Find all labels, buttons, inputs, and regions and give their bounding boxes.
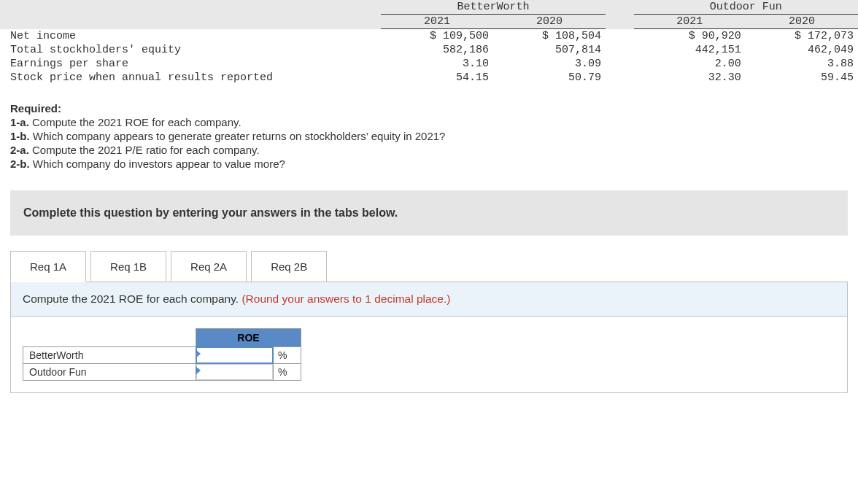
- instruction-box: Complete this question by entering your …: [10, 190, 848, 236]
- cell: 462,049: [746, 43, 858, 57]
- year-header: 2020: [746, 15, 858, 29]
- row-label: Net income: [0, 29, 381, 44]
- req-item: 2-a. Compute the 2021 P/E ratio for each…: [10, 144, 848, 156]
- cell: $ 90,920: [634, 29, 746, 44]
- answer-row-label: Outdoor Fun: [23, 364, 196, 381]
- required-heading: Required:: [10, 102, 848, 115]
- cell: 54.15: [381, 71, 493, 85]
- row-label: Stock price when annual results reported: [0, 71, 381, 85]
- prompt-bar: Compute the 2021 ROE for each company. (…: [11, 282, 847, 317]
- row-label: Earnings per share: [0, 57, 381, 71]
- cell: 507,814: [493, 43, 606, 57]
- tab-req-2a[interactable]: Req 2A: [171, 251, 247, 282]
- cell: 32.30: [634, 71, 746, 85]
- cell: $ 108,504: [493, 29, 606, 44]
- unit-label: %: [274, 364, 301, 381]
- cell: $ 109,500: [381, 29, 493, 44]
- tab-req-1a[interactable]: Req 1A: [10, 251, 86, 282]
- req-item: 2-b. Which company do investors appear t…: [10, 158, 848, 170]
- roe-input-cell: [196, 364, 274, 381]
- row-label: Total stockholders' equity: [0, 43, 381, 57]
- prompt-hint: (Round your answers to 1 decimal place.): [241, 292, 450, 305]
- roe-input-outdoorfun[interactable]: [196, 364, 273, 380]
- cell: 582,186: [381, 43, 493, 57]
- cell: 3.10: [381, 57, 493, 71]
- cell: 442,151: [634, 43, 746, 57]
- answer-col-header: ROE: [196, 329, 301, 347]
- company-header-2: Outdoor Fun: [634, 0, 858, 15]
- prompt-text: Compute the 2021 ROE for each company.: [23, 292, 241, 305]
- tab-req-1b[interactable]: Req 1B: [90, 251, 166, 282]
- cell: 2.00: [634, 57, 746, 71]
- year-header: 2020: [493, 15, 606, 29]
- cell: 3.09: [493, 57, 606, 71]
- roe-input-cell: [196, 347, 274, 364]
- cell: 3.88: [746, 57, 858, 71]
- year-header: 2021: [634, 15, 746, 29]
- company-header-1: BetterWorth: [381, 0, 606, 15]
- cell: $ 172,073: [746, 29, 858, 44]
- answer-row-label: BetterWorth: [23, 347, 196, 364]
- cell: 50.79: [493, 71, 606, 85]
- cell: 59.45: [746, 71, 858, 85]
- req-item: 1-a. Compute the 2021 ROE for each compa…: [10, 116, 848, 128]
- tab-bar: Req 1A Req 1B Req 2A Req 2B: [10, 250, 858, 282]
- unit-label: %: [274, 347, 301, 364]
- req-item: 1-b. Which company appears to generate g…: [10, 130, 848, 142]
- tab-panel: Compute the 2021 ROE for each company. (…: [10, 282, 848, 393]
- tab-req-2b[interactable]: Req 2B: [251, 251, 327, 282]
- year-header: 2021: [381, 15, 493, 29]
- financial-data-table: BetterWorth Outdoor Fun 2021 2020 2021 2…: [0, 0, 858, 85]
- roe-input-betterworth[interactable]: [196, 347, 273, 363]
- answer-table: ROE BetterWorth % Outdoor Fun %: [23, 328, 301, 381]
